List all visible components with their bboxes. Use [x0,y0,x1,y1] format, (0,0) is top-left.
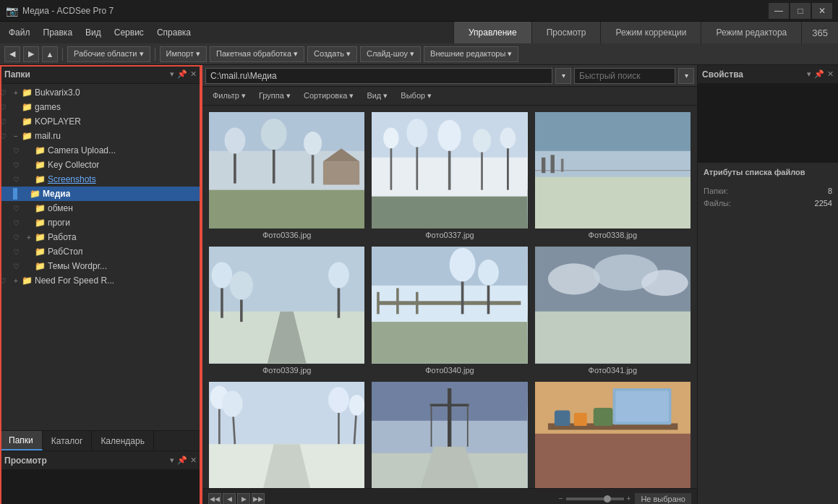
zoom-thumb [604,495,611,503]
create-button[interactable]: Создать ▾ [307,46,357,62]
photo-thumb-339: JPG [209,247,364,363]
photo-cell-342-001[interactable]: JPG Фото0342_001.jpg [368,378,531,488]
filter-button[interactable]: Фильтр ▾ [207,90,252,102]
folder-games[interactable]: ♡ · 📁 games [0,100,201,114]
folder-nfs[interactable]: ♡ + 📁 Need For Speed R... [0,273,201,288]
folder-screenshots[interactable]: ♡ · 📁 Screenshots [0,172,201,187]
menu-help[interactable]: Справка [151,26,197,39]
svg-rect-28 [542,158,545,174]
search-dropdown-button[interactable]: ▾ [678,68,694,84]
title-bar-left: 📷 Медиа - ACDSee Pro 7 [6,5,114,17]
preview-pin-button[interactable]: 📌 [177,456,187,465]
addr-dropdown-button[interactable]: ▾ [555,68,571,84]
folder-rabota[interactable]: ♡ + 📁 Работа [0,230,201,244]
menu-view[interactable]: Вид [80,26,107,39]
folders-panel-title: Папки [4,69,30,80]
heart-icon-mailru: ♡ [0,132,7,140]
nav-back-button[interactable]: ◀ [4,46,20,62]
photo-thumb-342-001: JPG [372,382,527,488]
slideshow-button[interactable]: Слайд-шоу ▾ [360,46,421,62]
properties-dropdown-icon[interactable]: ▾ [807,69,811,79]
expander-mailru[interactable]: − [11,131,21,141]
address-bar: ▾ ▾ [202,65,697,87]
folder-label-rabstol: РабСтол [48,247,83,257]
ext-editors-button[interactable]: Внешние редакторы ▾ [424,46,518,62]
maximize-button[interactable]: □ [790,3,811,19]
address-input[interactable] [205,68,552,84]
tab-365[interactable]: 365 [801,22,838,43]
svg-point-15 [383,128,399,149]
properties-close-button[interactable]: ✕ [827,69,834,79]
sort-button[interactable]: Сортировка ▾ [298,90,359,102]
photo-cell-336[interactable]: JPG [205,108,368,243]
toolbar-separator-1 [62,48,63,61]
view-button[interactable]: Вид ▾ [361,90,393,102]
import-button[interactable]: Импорт ▾ [160,46,208,62]
nav-forward-button[interactable]: ▶ [23,46,39,62]
photo-cell-340[interactable]: JPG [368,243,531,377]
preview-close-button[interactable]: ✕ [190,456,197,465]
tab-correction[interactable]: Режим коррекции [600,22,701,43]
photo-cell-338[interactable]: JPG Фото0338.jpg [531,108,694,243]
group-button[interactable]: Группа ▾ [253,90,296,102]
folder-progi[interactable]: ♡ · 📁 проги [0,215,201,230]
folder-icon-media: 📁 [29,189,40,199]
photo-cell-342[interactable]: JPG [205,378,368,488]
panel-dropdown-icon[interactable]: ▾ [170,69,174,79]
photo-cell-339[interactable]: JPG Фото0339.jpg [205,243,368,377]
attr-value-folders: 8 [828,187,832,195]
attr-label-folders: Папки: [704,187,728,195]
panel-pin-button[interactable]: 📌 [177,69,187,79]
folder-bukvarix[interactable]: ♡ + 📁 Bukvarix3.0 [0,85,201,100]
grid-nav-first[interactable]: ◀◀ [208,493,221,505]
properties-pin-button[interactable]: 📌 [814,69,824,79]
select-button[interactable]: Выбор ▾ [395,90,437,102]
photo-cell-343[interactable]: JPG [531,378,694,488]
folder-obmen[interactable]: ♡ · 📁 обмен [0,201,201,215]
folder-label-mailru: mail.ru [35,131,61,141]
photo-cell-337[interactable]: JPG [368,108,531,243]
grid-nav-last[interactable]: ▶▶ [252,493,265,505]
folder-camera[interactable]: ♡ · 📁 Camera Upload... [0,143,201,158]
search-input[interactable] [574,68,675,84]
menu-edit[interactable]: Правка [38,26,79,39]
tab-catalog[interactable]: Каталог [43,431,93,450]
tab-view[interactable]: Просмотр [531,22,601,43]
folder-media[interactable]: · 📁 Медиа [0,187,201,201]
preview-panel-header: Просмотр ▾ 📌 ✕ [0,451,201,470]
attr-row-files: Файлы: 2254 [704,197,832,210]
batch-button[interactable]: Пакетная обработка ▾ [210,46,304,62]
folder-rabstol[interactable]: ♡ · 📁 РабСтол [0,244,201,259]
folder-icon-progi: 📁 [34,218,46,228]
preview-dropdown-icon[interactable]: ▾ [170,456,174,465]
folder-mailru[interactable]: ♡ − 📁 mail.ru [0,129,201,143]
zoom-minus-icon[interactable]: − [559,495,563,503]
expander-bukvarix[interactable]: + [11,87,21,98]
menu-file[interactable]: Файл [3,26,36,39]
grid-nav-next[interactable]: ▶ [237,493,250,505]
tab-manage[interactable]: Управление [453,22,531,43]
heart-icon-nfs: ♡ [0,277,7,285]
tab-calendar[interactable]: Календарь [92,431,154,450]
panel-close-button[interactable]: ✕ [190,69,197,79]
nav-up-button[interactable]: ▲ [42,46,58,62]
tab-folders[interactable]: Папки [0,431,43,450]
minimize-button[interactable]: — [769,3,789,19]
folder-koplayer[interactable]: ♡ · 📁 KOPLAYER [0,114,201,129]
expander-rabota[interactable]: + [24,232,34,242]
svg-rect-52 [535,312,691,364]
workspace-button[interactable]: Рабочие области ▾ [67,46,150,62]
preview-content [0,470,201,504]
tab-editor[interactable]: Режим редактора [701,22,801,43]
folder-keycollector[interactable]: ♡ · 📁 Key Collector [0,158,201,172]
grid-nav-prev[interactable]: ◀ [223,493,236,505]
folder-temy[interactable]: ♡ · 📁 Темы Wordpr... [0,259,201,273]
close-button[interactable]: ✕ [812,3,832,19]
expander-nfs[interactable]: + [11,276,21,286]
tree-scroll-space [0,288,201,302]
folder-icon-games: 📁 [21,102,33,112]
menu-service[interactable]: Сервис [108,26,150,39]
photo-cell-341[interactable]: JPG Фото0341.jpg [531,243,694,377]
zoom-slider[interactable] [566,497,624,500]
zoom-plus-icon[interactable]: + [627,495,631,503]
